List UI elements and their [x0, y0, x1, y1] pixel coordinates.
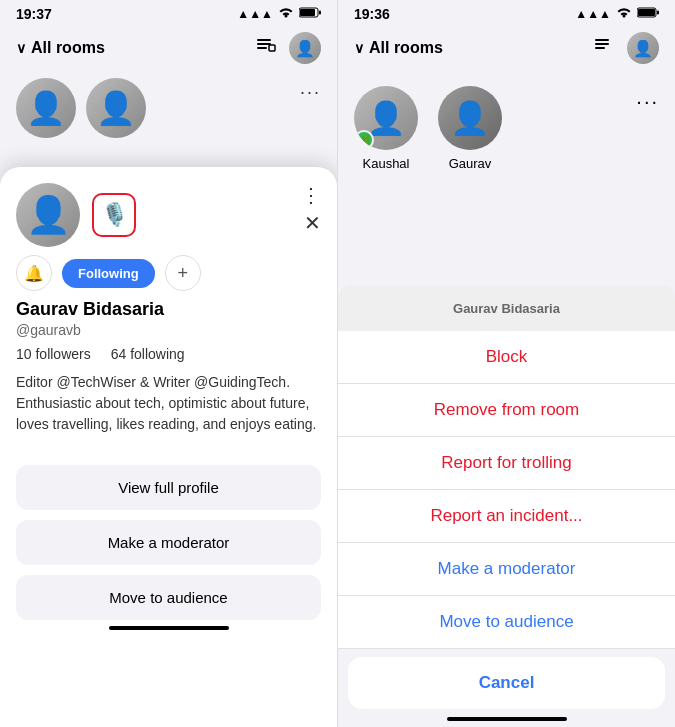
svg-rect-5	[257, 47, 267, 49]
svg-rect-2	[319, 11, 321, 15]
header-left: ∨ All rooms 👤	[0, 26, 337, 70]
profile-silhouette: 👤	[16, 183, 80, 247]
room-avatar-2: 👤	[86, 78, 146, 138]
all-rooms-left[interactable]: ∨ All rooms	[16, 39, 105, 57]
report-incident-option[interactable]: Report an incident...	[338, 490, 675, 543]
status-bar-left: 19:37 ▲▲▲	[0, 0, 337, 26]
chevron-icon-left: ∨	[16, 40, 26, 56]
mic-button[interactable]: 🎙️	[92, 193, 136, 237]
make-moderator-option[interactable]: Make a moderator	[338, 543, 675, 596]
header-right: ∨ All rooms 👤	[338, 26, 675, 70]
block-option[interactable]: Block	[338, 331, 675, 384]
speaker-avatar-gaurav: 👤	[438, 86, 502, 150]
compose-icon-right[interactable]	[593, 35, 615, 61]
profile-stats: 10 followers 64 following	[16, 346, 321, 362]
speaker-avatar-kaushal: 👤 🌿	[354, 86, 418, 150]
profile-avatar: 👤	[16, 183, 80, 247]
add-button[interactable]: +	[165, 255, 201, 291]
followers-count: 10 followers	[16, 346, 91, 362]
header-icons-left: 👤	[255, 32, 321, 64]
speaker-name-gaurav: Gaurav	[449, 156, 492, 171]
speaker-kaushal[interactable]: 👤 🌿 Kaushal	[354, 86, 418, 171]
move-to-audience-button[interactable]: Move to audience	[16, 575, 321, 620]
home-indicator-left	[109, 626, 229, 630]
action-sheet: Gaurav Bidasaria Block Remove from room …	[338, 285, 675, 727]
chevron-icon-right: ∨	[354, 40, 364, 56]
make-moderator-button[interactable]: Make a moderator	[16, 520, 321, 565]
card-avatar-row: 👤 🎙️	[16, 183, 136, 247]
room-dots-menu[interactable]: ···	[300, 82, 321, 103]
profile-bio: Editor @TechWiser & Writer @GuidingTech.…	[16, 372, 321, 435]
compose-icon-left[interactable]	[255, 35, 277, 61]
room-person-2: 👤	[86, 78, 146, 138]
user-silhouette-right: 👤	[627, 32, 659, 64]
svg-rect-11	[595, 43, 609, 45]
room-dots-right[interactable]: ···	[636, 90, 659, 113]
cancel-button[interactable]: Cancel	[348, 657, 665, 709]
close-button[interactable]: ✕	[304, 211, 321, 235]
all-rooms-right[interactable]: ∨ All rooms	[354, 39, 443, 57]
svg-rect-12	[595, 47, 605, 49]
user-avatar-left[interactable]: 👤	[289, 32, 321, 64]
signal-icon-right: ▲▲▲	[575, 7, 611, 21]
battery-icon-left	[299, 7, 321, 21]
speaker-gaurav[interactable]: 👤 Gaurav	[438, 86, 502, 171]
svg-rect-10	[595, 39, 609, 41]
svg-rect-1	[300, 9, 315, 16]
action-sheet-title-row: Gaurav Bidasaria	[338, 285, 675, 331]
following-count: 64 following	[111, 346, 185, 362]
action-icons: 🔔 Following +	[16, 255, 321, 291]
time-right: 19:36	[354, 6, 390, 22]
all-rooms-label-right: All rooms	[369, 39, 443, 57]
svg-rect-6	[269, 45, 275, 51]
home-indicator-right	[447, 717, 567, 721]
remove-from-room-option[interactable]: Remove from room	[338, 384, 675, 437]
room-person-1: 👤	[16, 78, 76, 138]
status-icons-right: ▲▲▲	[575, 7, 659, 22]
status-bar-right: 19:36 ▲▲▲	[338, 0, 675, 26]
svg-rect-9	[657, 11, 659, 15]
left-panel: 19:37 ▲▲▲ ∨ All rooms 👤 👤	[0, 0, 337, 727]
speaker-silhouette-gaurav: 👤	[438, 86, 502, 150]
report-for-trolling-option[interactable]: Report for trolling	[338, 437, 675, 490]
user-silhouette-left: 👤	[289, 32, 321, 64]
card-top-controls: ⋮ ✕	[301, 183, 321, 235]
wifi-icon-right	[616, 7, 632, 22]
header-icons-right: 👤	[593, 32, 659, 64]
battery-icon-right	[637, 7, 659, 21]
move-to-audience-option[interactable]: Move to audience	[338, 596, 675, 649]
view-profile-button[interactable]: View full profile	[16, 465, 321, 510]
card-top-row: 👤 🎙️ ⋮ ✕	[16, 183, 321, 247]
speaker-name-kaushal: Kaushal	[363, 156, 410, 171]
wifi-icon-left	[278, 7, 294, 22]
svg-rect-8	[638, 9, 655, 16]
svg-rect-3	[257, 39, 271, 41]
speaker-badge-kaushal: 🌿	[354, 130, 374, 150]
three-dot-menu[interactable]: ⋮	[301, 183, 321, 207]
all-rooms-label-left: All rooms	[31, 39, 105, 57]
following-button[interactable]: Following	[62, 259, 155, 288]
room-preview-left: 👤 👤 ···	[0, 70, 337, 146]
profile-card: 👤 🎙️ ⋮ ✕ 🔔 Following + Gaurav Bidasaria …	[0, 167, 337, 727]
signal-icon-left: ▲▲▲	[237, 7, 273, 21]
action-sheet-options: Block Remove from room Report for trolli…	[338, 331, 675, 649]
status-icons-left: ▲▲▲	[237, 7, 321, 22]
bell-button[interactable]: 🔔	[16, 255, 52, 291]
profile-actions: View full profile Make a moderator Move …	[16, 465, 321, 620]
profile-handle: @gauravb	[16, 322, 321, 338]
profile-name: Gaurav Bidasaria	[16, 299, 321, 320]
room-speakers: 👤 🌿 Kaushal 👤 Gaurav ···	[338, 70, 675, 187]
room-avatar-1: 👤	[16, 78, 76, 138]
action-sheet-title: Gaurav Bidasaria	[453, 301, 560, 316]
time-left: 19:37	[16, 6, 52, 22]
user-avatar-right[interactable]: 👤	[627, 32, 659, 64]
right-panel: 19:36 ▲▲▲ ∨ All rooms 👤	[337, 0, 675, 727]
